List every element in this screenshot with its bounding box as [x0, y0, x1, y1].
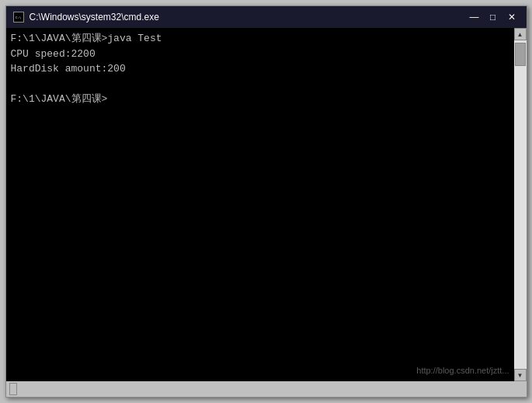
- window-title: C:\Windows\system32\cmd.exe: [30, 12, 159, 23]
- maximize-button[interactable]: □: [485, 10, 502, 24]
- terminal-line-5: F:\1\JAVA\第四课>: [11, 93, 108, 105]
- cmd-app-icon: [12, 11, 25, 23]
- scrollbar-thumb[interactable]: [515, 43, 526, 66]
- window-controls: — □ ✕: [466, 10, 520, 24]
- cmd-window: C:\Windows\system32\cmd.exe — □ ✕ F:\1\J…: [5, 5, 527, 398]
- status-segment: [9, 383, 17, 395]
- terminal-line-1: F:\1\JAVA\第四课>java Test: [11, 33, 162, 44]
- terminal-line-3: HardDisk amount:200: [11, 63, 126, 75]
- scrollbar-track: [514, 40, 527, 369]
- terminal-output[interactable]: F:\1\JAVA\第四课>java Test CPU speed:2200 H…: [6, 28, 514, 381]
- terminal-body: F:\1\JAVA\第四课>java Test CPU speed:2200 H…: [6, 28, 527, 381]
- minimize-button[interactable]: —: [466, 10, 483, 24]
- cmd-icon-graphic: [13, 12, 24, 23]
- scrollbar: ▲ ▼: [514, 28, 527, 381]
- status-bar: [6, 381, 527, 397]
- scroll-down-button[interactable]: ▼: [514, 369, 527, 381]
- title-bar-left: C:\Windows\system32\cmd.exe: [12, 11, 159, 23]
- terminal-line-2: CPU speed:2200: [11, 48, 96, 60]
- close-button[interactable]: ✕: [503, 10, 520, 24]
- title-bar: C:\Windows\system32\cmd.exe — □ ✕: [6, 6, 527, 28]
- scroll-up-button[interactable]: ▲: [514, 28, 527, 40]
